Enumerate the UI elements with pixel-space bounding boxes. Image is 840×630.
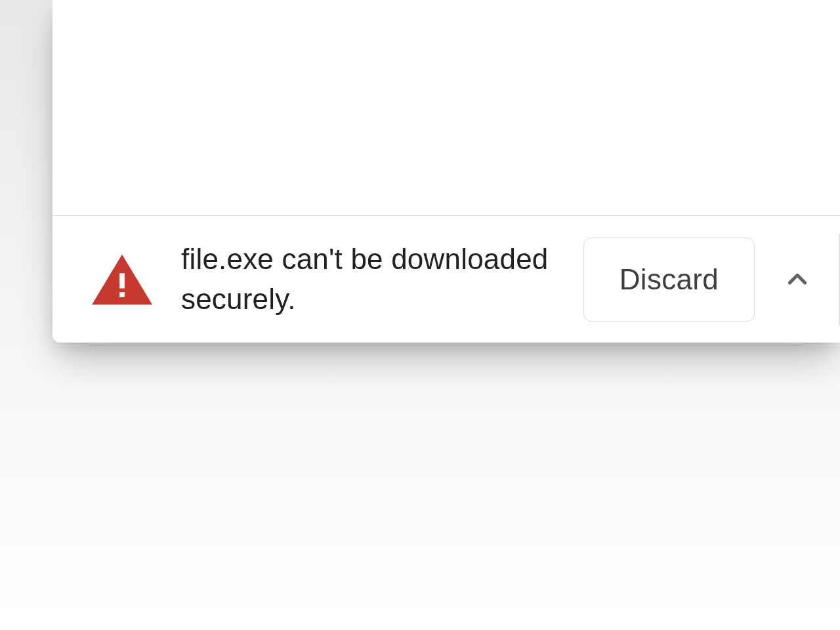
warning-icon (92, 253, 152, 306)
browser-window-fragment: file.exe can't be downloaded securely. D… (52, 0, 840, 343)
download-warning-message: file.exe can't be downloaded securely. (152, 240, 583, 319)
svg-rect-0 (119, 273, 125, 288)
svg-rect-1 (119, 292, 125, 297)
download-shelf: file.exe can't be downloaded securely. D… (52, 215, 840, 343)
chevron-up-icon (784, 266, 810, 293)
discard-button[interactable]: Discard (583, 238, 755, 322)
page-content-area (52, 0, 840, 215)
download-options-menu-button[interactable] (761, 238, 833, 322)
warning-triangle-icon (92, 253, 152, 306)
